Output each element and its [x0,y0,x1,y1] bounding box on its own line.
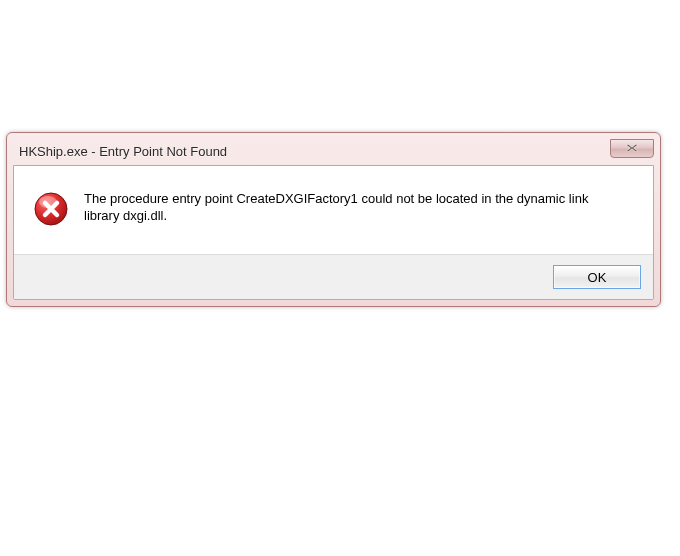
error-dialog: HKShip.exe - Entry Point Not Found [6,132,661,307]
dialog-message: The procedure entry point CreateDXGIFact… [84,190,624,224]
ok-button-label: OK [588,270,607,285]
dialog-client-area: The procedure entry point CreateDXGIFact… [13,165,654,300]
error-icon [34,192,68,226]
titlebar[interactable]: HKShip.exe - Entry Point Not Found [13,139,654,165]
dialog-body: The procedure entry point CreateDXGIFact… [14,166,653,254]
dialog-title: HKShip.exe - Entry Point Not Found [19,144,227,159]
ok-button[interactable]: OK [553,265,641,289]
dialog-button-row: OK [14,254,653,299]
close-icon [625,143,639,153]
close-button[interactable] [610,139,654,158]
